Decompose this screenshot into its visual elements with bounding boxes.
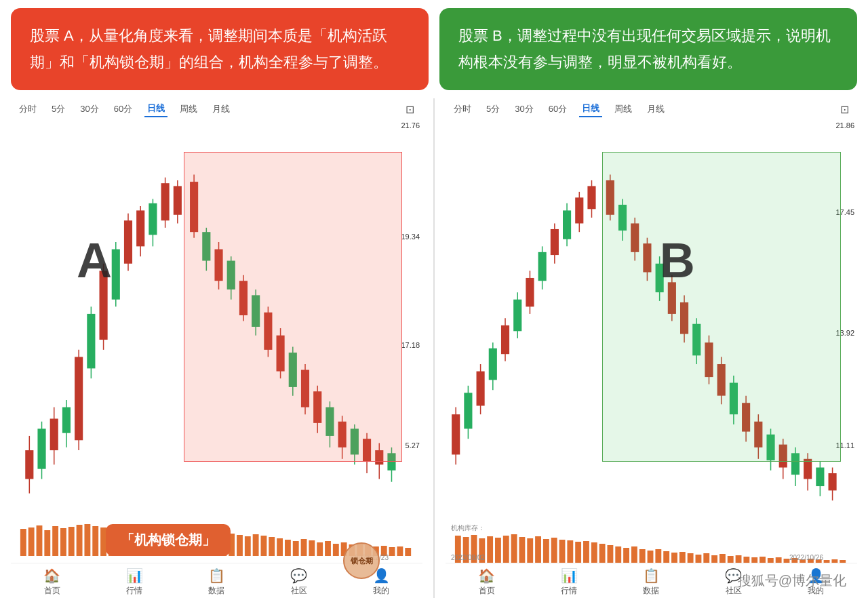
svg-rect-200 (688, 553, 694, 563)
lock-badge-text: 「机构锁仓期」 (121, 532, 216, 547)
svg-rect-15 (112, 250, 120, 300)
tf-fenshi-a[interactable]: 分时 (16, 102, 39, 117)
svg-rect-97 (317, 542, 323, 556)
svg-rect-61 (28, 527, 35, 556)
svg-rect-209 (760, 557, 766, 563)
timeframe-bar-a: 分时 5分 30分 60分 日线 周线 月线 ⊡ (11, 98, 422, 120)
tf-daily-a[interactable]: 日线 (144, 101, 167, 117)
watermark-text: 搜狐号@博尔量化 (738, 573, 846, 588)
tf-daily-b[interactable]: 日线 (579, 101, 602, 117)
svg-rect-124 (538, 252, 547, 281)
tf-60fen-b[interactable]: 60分 (546, 102, 570, 117)
svg-rect-185 (567, 540, 573, 563)
data-icon-b: 📋 (643, 567, 660, 584)
price-high-b: 21.86 (835, 121, 854, 129)
svg-rect-107 (397, 546, 403, 556)
date-start-b: 2022/08/02 (451, 554, 485, 561)
charts-section: 分时 5分 30分 60分 日线 周线 月线 ⊡ 21.76 19.34 17.… (0, 98, 868, 598)
tf-60fen-a[interactable]: 60分 (111, 102, 135, 117)
tf-30fen-b[interactable]: 30分 (512, 102, 536, 117)
svg-rect-89 (253, 534, 259, 556)
chart-letter-a: A (77, 233, 112, 288)
market-icon-a: 📊 (126, 567, 143, 584)
svg-rect-180 (527, 538, 533, 563)
svg-rect-19 (136, 210, 144, 246)
svg-rect-219 (840, 560, 846, 563)
svg-rect-204 (719, 554, 726, 563)
svg-rect-207 (743, 557, 749, 563)
nav-data-label-b: 数据 (643, 585, 659, 597)
svg-rect-211 (776, 557, 782, 563)
watermark: 搜狐号@博尔量化 (738, 572, 846, 590)
svg-rect-90 (261, 536, 267, 556)
svg-rect-132 (587, 186, 595, 209)
svg-rect-93 (285, 540, 291, 556)
nav-mine-label-a: 我的 (373, 585, 389, 597)
tf-fenshi-b[interactable]: 分时 (451, 102, 474, 117)
chart-area-b: 21.86 17.45 13.92 11.11 B (446, 120, 857, 522)
svg-rect-7 (62, 407, 71, 433)
svg-rect-1 (25, 450, 33, 479)
svg-rect-25 (174, 186, 182, 214)
chart-options-icon-b[interactable]: ⊡ (837, 102, 852, 117)
svg-rect-17 (124, 220, 132, 264)
svg-rect-203 (711, 555, 717, 563)
svg-rect-60 (20, 529, 26, 556)
tf-weekly-a[interactable]: 周线 (177, 102, 200, 117)
nav-community-a[interactable]: 💬 社区 (290, 567, 307, 597)
svg-rect-62 (37, 525, 43, 556)
nav-home-label-b: 首页 (479, 585, 495, 597)
svg-rect-120 (513, 300, 521, 332)
svg-rect-99 (333, 544, 339, 556)
svg-rect-182 (543, 539, 549, 563)
svg-rect-94 (293, 541, 299, 556)
nav-home-a[interactable]: 🏠 首页 (43, 567, 60, 597)
svg-rect-96 (309, 540, 315, 556)
svg-rect-166 (804, 459, 812, 479)
svg-rect-112 (464, 393, 472, 428)
nav-data-b[interactable]: 📋 数据 (643, 567, 660, 597)
nav-community-label-a: 社区 (291, 585, 307, 597)
svg-rect-196 (655, 549, 661, 563)
svg-rect-193 (631, 546, 637, 563)
tf-monthly-a[interactable]: 月线 (210, 102, 233, 117)
nav-data-a[interactable]: 📋 数据 (208, 567, 225, 597)
svg-rect-197 (663, 551, 669, 563)
svg-rect-11 (87, 314, 95, 368)
nav-home-b[interactable]: 🏠 首页 (478, 567, 495, 597)
svg-rect-217 (824, 560, 830, 563)
date-end-b: 2022/10/26 (789, 554, 823, 561)
svg-rect-108 (405, 548, 411, 556)
timeframe-bar-b: 分时 5分 30分 60分 日线 周线 月线 ⊡ (446, 98, 857, 120)
svg-rect-190 (607, 545, 613, 563)
chart-divider (433, 98, 435, 598)
svg-rect-189 (599, 544, 606, 563)
svg-rect-202 (703, 553, 709, 563)
svg-rect-130 (575, 197, 583, 223)
nav-market-label-a: 行情 (126, 585, 142, 597)
svg-rect-187 (583, 541, 589, 563)
svg-rect-69 (92, 526, 98, 556)
chart-b: 分时 5分 30分 60分 日线 周线 月线 ⊡ 21.86 17.45 13.… (446, 98, 857, 598)
chart-a: 分时 5分 30分 60分 日线 周线 月线 ⊡ 21.76 19.34 17.… (11, 98, 422, 598)
nav-market-a[interactable]: 📊 行情 (126, 567, 143, 597)
tf-weekly-b[interactable]: 周线 (612, 102, 635, 117)
nav-home-label-a: 首页 (44, 585, 60, 597)
svg-rect-170 (829, 473, 837, 490)
svg-rect-177 (503, 536, 509, 563)
svg-rect-183 (551, 538, 557, 563)
nav-market-b[interactable]: 📊 行情 (561, 567, 578, 597)
lock-badge: 「机构锁仓期」 (106, 524, 231, 556)
svg-rect-176 (495, 538, 501, 563)
tf-30fen-a[interactable]: 30分 (77, 102, 101, 117)
svg-rect-106 (389, 547, 395, 556)
tf-5fen-a[interactable]: 5分 (49, 102, 68, 117)
svg-rect-186 (575, 542, 581, 563)
svg-rect-205 (728, 556, 734, 563)
tf-monthly-b[interactable]: 月线 (644, 102, 667, 117)
tf-5fen-b[interactable]: 5分 (484, 102, 502, 117)
svg-rect-67 (77, 525, 83, 556)
chart-options-icon-a[interactable]: ⊡ (403, 102, 417, 117)
svg-rect-92 (277, 538, 283, 556)
svg-rect-192 (623, 548, 629, 563)
